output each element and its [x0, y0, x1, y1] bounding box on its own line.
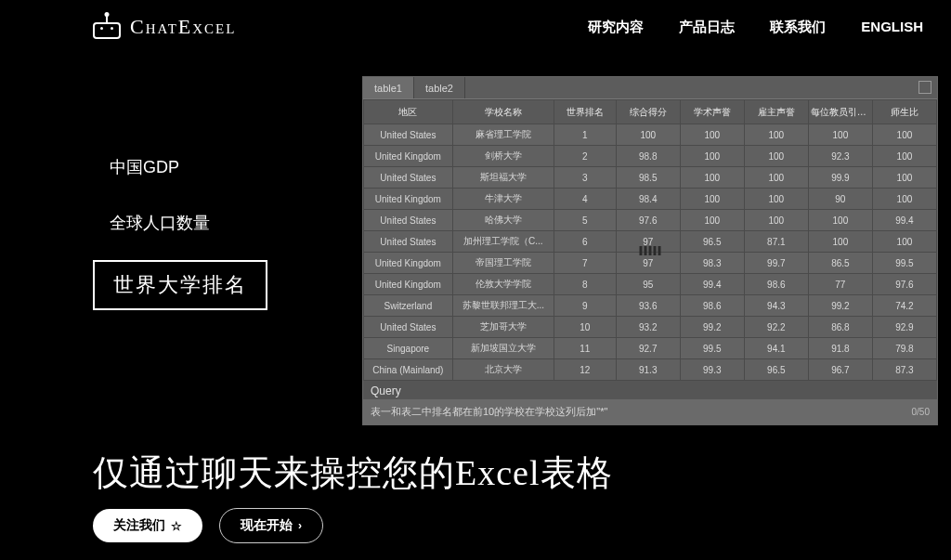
- table-cell[interactable]: 91.3: [616, 359, 680, 381]
- table-row[interactable]: United Kingdom剑桥大学298.810010092.3100: [364, 146, 937, 167]
- table-cell[interactable]: 12: [554, 359, 616, 381]
- table-cell[interactable]: 99.5: [680, 338, 744, 359]
- table-cell[interactable]: 苏黎世联邦理工大...: [452, 295, 554, 317]
- table-cell[interactable]: 93.6: [616, 295, 680, 317]
- col-employer[interactable]: 雇主声誉: [744, 100, 808, 124]
- table-row[interactable]: United Kingdom牛津大学498.410010090100: [364, 189, 937, 210]
- table-cell[interactable]: 加州理工学院（C...: [452, 231, 554, 253]
- table-cell[interactable]: 92.9: [872, 317, 936, 338]
- table-cell[interactable]: 100: [744, 210, 808, 231]
- table-cell[interactable]: 92.2: [744, 317, 808, 338]
- table-cell[interactable]: 伦敦大学学院: [452, 274, 554, 295]
- table-cell[interactable]: 3: [554, 167, 616, 189]
- col-citations[interactable]: 每位教员引用率: [808, 100, 872, 124]
- col-school[interactable]: 学校名称: [452, 100, 554, 124]
- table-cell[interactable]: 4: [554, 189, 616, 210]
- table-cell[interactable]: 100: [744, 167, 808, 189]
- table-cell[interactable]: 99.5: [872, 253, 936, 274]
- table-cell[interactable]: United Kingdom: [364, 146, 453, 167]
- nav-language[interactable]: ENGLISH: [861, 19, 923, 36]
- query-input[interactable]: 表一和表二中排名都在前10的学校在学校这列后加"*": [371, 405, 905, 419]
- table-cell[interactable]: 91.8: [808, 338, 872, 359]
- col-ratio[interactable]: 师生比: [872, 100, 936, 124]
- table-cell[interactable]: 6: [554, 231, 616, 253]
- table-row[interactable]: United States哈佛大学597.610010010099.4: [364, 210, 937, 231]
- table-cell[interactable]: 99.2: [808, 295, 872, 317]
- table-row[interactable]: Singapore新加坡国立大学1192.799.594.191.879.8: [364, 338, 937, 359]
- nav-research[interactable]: 研究内容: [588, 19, 644, 36]
- table-cell[interactable]: 新加坡国立大学: [452, 338, 554, 359]
- logo[interactable]: ChatExcel: [93, 15, 236, 39]
- table-cell[interactable]: United Kingdom: [364, 274, 453, 295]
- nav-contact[interactable]: 联系我们: [770, 19, 826, 36]
- col-score[interactable]: 综合得分: [616, 100, 680, 124]
- table-cell[interactable]: 100: [872, 146, 936, 167]
- table-cell[interactable]: 100: [808, 210, 872, 231]
- col-region[interactable]: 地区: [364, 100, 453, 124]
- table-cell[interactable]: 100: [680, 210, 744, 231]
- table-cell[interactable]: 99.2: [680, 317, 744, 338]
- table-cell[interactable]: 100: [680, 124, 744, 146]
- table-cell[interactable]: 8: [554, 274, 616, 295]
- table-cell[interactable]: 95: [616, 274, 680, 295]
- table-cell[interactable]: 100: [680, 189, 744, 210]
- table-cell[interactable]: 芝加哥大学: [452, 317, 554, 338]
- table-cell[interactable]: 97.6: [872, 274, 936, 295]
- table-cell[interactable]: 98.6: [744, 274, 808, 295]
- table-cell[interactable]: 77: [808, 274, 872, 295]
- table-cell[interactable]: 96.7: [808, 359, 872, 381]
- table-cell[interactable]: 94.3: [744, 295, 808, 317]
- table-cell[interactable]: 99.9: [808, 167, 872, 189]
- table-cell[interactable]: United Kingdom: [364, 253, 453, 274]
- table-cell[interactable]: 98.4: [616, 189, 680, 210]
- table-cell[interactable]: 100: [744, 189, 808, 210]
- table-cell[interactable]: 96.5: [680, 231, 744, 253]
- table-row[interactable]: United Kingdom伦敦大学学院89599.498.67797.6: [364, 274, 937, 295]
- table-cell[interactable]: 97.6: [616, 210, 680, 231]
- table-cell[interactable]: 74.2: [872, 295, 936, 317]
- table-cell[interactable]: 100: [872, 189, 936, 210]
- table-cell[interactable]: 100: [680, 146, 744, 167]
- table-cell[interactable]: 100: [680, 167, 744, 189]
- table-row[interactable]: Switzerland苏黎世联邦理工大...993.698.694.399.27…: [364, 295, 937, 317]
- table-cell[interactable]: 98.3: [680, 253, 744, 274]
- table-cell[interactable]: 86.5: [808, 253, 872, 274]
- table-cell[interactable]: 98.5: [616, 167, 680, 189]
- table-cell[interactable]: 92.7: [616, 338, 680, 359]
- table-cell[interactable]: 麻省理工学院: [452, 124, 554, 146]
- table-cell[interactable]: 哈佛大学: [452, 210, 554, 231]
- table-row[interactable]: United States麻省理工学院1100100100100100: [364, 124, 937, 146]
- tab-table2[interactable]: table2: [414, 77, 465, 98]
- table-cell[interactable]: 87.3: [872, 359, 936, 381]
- col-rank[interactable]: 世界排名: [554, 100, 616, 124]
- table-cell[interactable]: 北京大学: [452, 359, 554, 381]
- table-cell[interactable]: 1: [554, 124, 616, 146]
- table-cell[interactable]: 100: [872, 231, 936, 253]
- start-button[interactable]: 现在开始 ›: [219, 508, 323, 543]
- table-cell[interactable]: 牛津大学: [452, 189, 554, 210]
- table-cell[interactable]: 帝国理工学院: [452, 253, 554, 274]
- table-cell[interactable]: 100: [872, 124, 936, 146]
- table-cell[interactable]: 100: [808, 124, 872, 146]
- table-cell[interactable]: 100: [808, 231, 872, 253]
- table-cell[interactable]: United States: [364, 210, 453, 231]
- table-cell[interactable]: 5: [554, 210, 616, 231]
- example-item-university-ranking[interactable]: 世界大学排名: [93, 260, 267, 310]
- table-cell[interactable]: 斯坦福大学: [452, 167, 554, 189]
- table-cell[interactable]: 98.8: [616, 146, 680, 167]
- table-cell[interactable]: 100: [616, 124, 680, 146]
- table-cell[interactable]: 93.2: [616, 317, 680, 338]
- table-cell[interactable]: United States: [364, 231, 453, 253]
- table-cell[interactable]: 99.7: [744, 253, 808, 274]
- table-cell[interactable]: United States: [364, 317, 453, 338]
- table-cell[interactable]: 11: [554, 338, 616, 359]
- table-cell[interactable]: 剑桥大学: [452, 146, 554, 167]
- tab-table1[interactable]: table1: [363, 77, 414, 98]
- col-academic[interactable]: 学术声誉: [680, 100, 744, 124]
- table-cell[interactable]: 99.3: [680, 359, 744, 381]
- table-cell[interactable]: 9: [554, 295, 616, 317]
- table-cell[interactable]: 100: [872, 167, 936, 189]
- follow-button[interactable]: 关注我们 ☆: [93, 509, 202, 542]
- table-row[interactable]: China (Mainland)北京大学1291.399.396.596.787…: [364, 359, 937, 381]
- table-row[interactable]: United States芝加哥大学1093.299.292.286.892.9: [364, 317, 937, 338]
